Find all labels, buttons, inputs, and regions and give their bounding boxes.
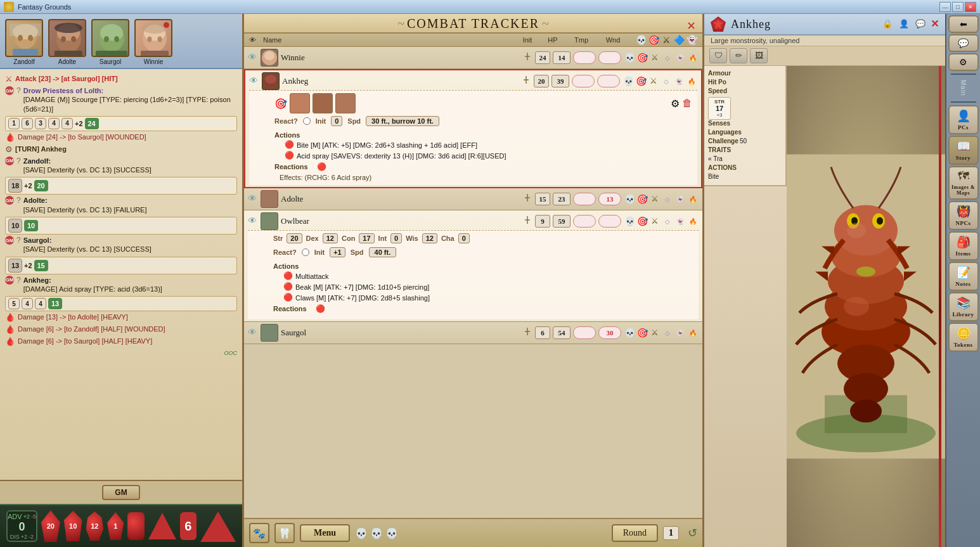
gm-button[interactable]: GM [102,485,139,500]
winnie-wnd[interactable] [598,51,621,64]
saurgol-fire[interactable]: 🔥 [687,327,699,338]
npc-image-btn[interactable]: 🖼 [750,48,768,63]
sidebar-items-btn[interactable]: 🎒 Items [948,231,979,261]
d20-dice-1[interactable]: 20 [41,510,60,542]
sidebar-pcs-btn[interactable]: 👤 PCs [948,105,979,134]
adolte-tmp[interactable] [573,193,596,205]
winnie-fire[interactable]: 🔥 [687,52,699,63]
sidebar-tokens-btn[interactable]: 🪙 Tokens [948,323,979,352]
saurgol-hp[interactable]: 54 [553,326,571,339]
owlbear-str[interactable]: 20 [287,233,302,243]
paw-btn-2[interactable]: 🦷 [274,523,295,543]
ankheg-diamond[interactable]: ◇ [661,75,672,87]
owlbear-init[interactable]: 9 [535,215,550,228]
winnie-vis-toggle[interactable]: 👁 [248,53,257,63]
winnie-sword[interactable]: ⚔ [649,52,661,63]
d12-dice[interactable]: 12 [86,512,104,541]
owlbear-wis[interactable]: 12 [422,233,437,243]
minimize-button[interactable]: — [939,2,951,12]
adolte-skull[interactable]: 💀 [624,193,635,205]
adolte-vis-toggle[interactable]: 👁 [248,194,257,204]
acid-text[interactable]: Acid spray [SAVEVS: dexterity 13 (H)] [D… [297,152,506,160]
portrait-zandolf[interactable]: Zandolf [5,19,43,65]
ankheg-ghost[interactable]: 👻 [673,75,685,87]
npc-bite-action[interactable]: Bite [708,173,782,180]
ankheg-fire[interactable]: 🔥 [686,75,697,87]
owlbear-dex[interactable]: 12 [323,233,338,243]
adolte-wnd[interactable]: 13 [598,193,621,205]
portrait-saurgol[interactable]: Saurgol [91,19,129,65]
owlbear-diamond[interactable]: ◇ [662,216,673,227]
triangle-die[interactable] [148,510,176,542]
saurgol-ghost[interactable]: 👻 [674,327,686,338]
winnie-init[interactable]: 24 [535,51,550,64]
owlbear-target[interactable]: 🎯 [636,216,648,227]
d20-small[interactable]: 1 [107,512,124,540]
d6-shape[interactable] [127,512,144,540]
close-button[interactable]: ✕ [965,2,976,12]
portrait-winnie[interactable]: Winnie [134,19,172,65]
npc-pencil-btn[interactable]: ✏ [730,48,747,63]
npc-str-val[interactable]: 17 [710,105,729,112]
npc-lock-btn[interactable]: 🔒 [881,18,894,30]
winnie-hp[interactable]: 14 [553,51,571,64]
sidebar-images-btn[interactable]: 🗺 Images & Maps [948,166,979,200]
adolte-diamond[interactable]: ◇ [662,193,673,205]
ankheg-target[interactable]: 🎯 [635,75,647,87]
d6-red[interactable]: 6 [180,512,197,540]
sidebar-chat-btn[interactable]: 💬 [948,34,979,52]
ankheg-hp[interactable]: 39 [551,75,569,87]
adolte-ghost[interactable]: 👻 [674,193,686,205]
portrait-adolte[interactable]: Adolte [48,19,86,65]
owlbear-wnd[interactable] [598,215,621,228]
saurgol-skull[interactable]: 💀 [624,327,635,338]
saurgol-vis-toggle[interactable]: 👁 [248,328,257,338]
big-triangle-die[interactable] [200,510,236,542]
beak-text[interactable]: Beak [M] [ATK: +7] [DMG: 1d10+5 piercing… [295,283,429,291]
sidebar-story-btn[interactable]: 📖 Story [948,136,979,165]
ankheg-tmp[interactable] [572,75,595,87]
owlbear-ghost[interactable]: 👻 [674,216,686,227]
npc-close-btn[interactable]: ✕ [931,18,939,30]
skull-btn-1[interactable]: 💀 [355,527,368,539]
owlbear-con[interactable]: 17 [359,233,374,243]
saurgol-init[interactable]: 6 [535,326,550,339]
ankheg-vis-toggle[interactable]: 👁 [249,76,258,86]
sidebar-settings-btn[interactable]: ⚙ [948,53,979,71]
paw-btn-1[interactable]: 🐾 [249,523,269,543]
npc-chat-btn[interactable]: 💬 [914,18,927,30]
ankheg-wnd[interactable] [597,75,620,87]
owlbear-hp[interactable]: 59 [553,215,571,228]
bite-text[interactable]: Bite [M] [ATK: +5] [DMG: 2d6+3 slashing … [297,141,477,149]
adolte-fire[interactable]: 🔥 [687,193,699,205]
owlbear-init-val[interactable]: +1 [330,247,345,257]
npc-shield-btn[interactable]: 🛡 [709,48,727,63]
winnie-ghost[interactable]: 👻 [674,52,686,63]
npc-user-btn[interactable]: 👤 [898,18,910,30]
ankheg-init-val[interactable]: 0 [331,116,342,126]
winnie-diamond[interactable]: ◇ [662,52,673,63]
owlbear-fire[interactable]: 🔥 [687,216,699,227]
sidebar-expand-btn[interactable]: ⬅ [948,15,979,33]
owlbear-sword[interactable]: ⚔ [649,216,661,227]
ct-close-button[interactable]: ✕ [687,19,696,33]
owlbear-vis-toggle[interactable]: 👁 [248,216,257,226]
skull-btn-3[interactable]: 💀 [385,527,398,539]
ankheg-skull[interactable]: 💀 [622,75,634,87]
skull-btn-2[interactable]: 💀 [370,527,383,539]
winnie-skull[interactable]: 💀 [624,52,635,63]
adolte-init[interactable]: 15 [535,193,550,205]
d10-dice[interactable]: 10 [64,511,82,541]
sidebar-npcs-btn[interactable]: 👹 NPCs [948,201,979,230]
ankheg-init[interactable]: 20 [534,75,549,87]
adolte-sword[interactable]: ⚔ [649,193,661,205]
owlbear-cha[interactable]: 0 [458,233,470,243]
react-radio[interactable] [303,117,311,125]
adolte-target[interactable]: 🎯 [636,193,648,205]
ankheg-target-big[interactable]: 🎯 [274,98,287,110]
multi-text[interactable]: Multiattack [295,273,329,280]
owlbear-react-radio[interactable] [302,248,309,256]
round-button[interactable]: Round [612,524,658,542]
maximize-button[interactable]: □ [952,2,964,12]
ankheg-edit-btn[interactable]: ⚙ [671,98,680,110]
